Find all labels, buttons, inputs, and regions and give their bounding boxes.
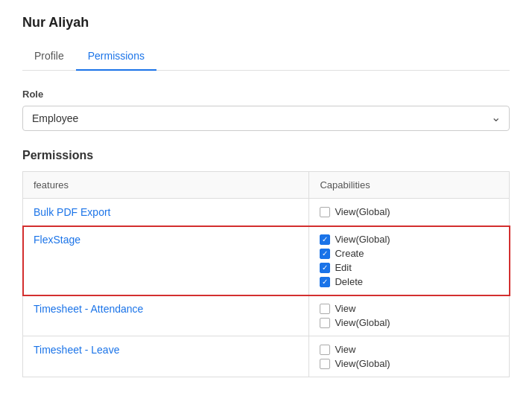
capability-checkbox[interactable]: ✓ bbox=[320, 263, 330, 273]
table-row: Timesheet - AttendanceViewView(Global) bbox=[23, 295, 510, 336]
capability-label: View(Global) bbox=[335, 206, 390, 217]
page-title: Nur Aliyah bbox=[22, 15, 510, 31]
tabs-container: Profile Permissions bbox=[22, 42, 510, 71]
tab-profile[interactable]: Profile bbox=[22, 42, 76, 71]
col-capabilities: Capabilities bbox=[309, 172, 510, 199]
capability-checkbox[interactable]: ✓ bbox=[320, 249, 330, 259]
role-select-wrapper: Employee Manager Admin bbox=[22, 106, 510, 131]
capability-checkbox[interactable]: ✓ bbox=[320, 234, 330, 245]
capability-checkbox[interactable] bbox=[320, 345, 330, 355]
capability-checkbox[interactable] bbox=[320, 304, 330, 314]
capability-label: View bbox=[335, 344, 355, 355]
role-section: Role Employee Manager Admin bbox=[22, 89, 510, 131]
capability-item: View bbox=[320, 303, 498, 314]
feature-cell: Bulk PDF Export bbox=[23, 199, 309, 226]
permissions-title: Permissions bbox=[22, 149, 510, 162]
feature-cell: FlexStage bbox=[23, 226, 309, 295]
table-row: Timesheet - LeaveViewView(Global) bbox=[23, 336, 510, 377]
feature-cell: Timesheet - Attendance bbox=[23, 295, 309, 336]
permissions-section: Permissions features Capabilities Bulk P… bbox=[22, 149, 510, 377]
capability-label: Delete bbox=[335, 276, 363, 287]
capability-label: View(Global) bbox=[335, 358, 390, 369]
capability-label: View bbox=[335, 303, 355, 314]
capability-checkbox[interactable] bbox=[320, 207, 330, 217]
capability-checkbox[interactable] bbox=[320, 318, 330, 328]
capability-item: ✓Delete bbox=[320, 276, 498, 287]
capabilities-cell: ViewView(Global) bbox=[309, 295, 510, 336]
capability-checkbox[interactable] bbox=[320, 359, 330, 369]
capability-label: Create bbox=[335, 248, 364, 259]
table-row: Bulk PDF ExportView(Global) bbox=[23, 199, 510, 226]
capabilities-cell: View(Global) bbox=[309, 199, 510, 226]
tab-permissions[interactable]: Permissions bbox=[76, 42, 156, 71]
capability-item: View(Global) bbox=[320, 358, 498, 369]
capabilities-cell: ✓View(Global)✓Create✓Edit✓Delete bbox=[309, 226, 510, 295]
capabilities-cell: ViewView(Global) bbox=[309, 336, 510, 377]
capability-item: ✓Edit bbox=[320, 262, 498, 273]
role-select[interactable]: Employee Manager Admin bbox=[22, 106, 510, 131]
capability-item: View bbox=[320, 344, 498, 355]
capability-item: View(Global) bbox=[320, 206, 498, 217]
capability-checkbox[interactable]: ✓ bbox=[320, 277, 330, 287]
permissions-table: features Capabilities Bulk PDF ExportVie… bbox=[22, 171, 510, 377]
table-row: FlexStage✓View(Global)✓Create✓Edit✓Delet… bbox=[23, 226, 510, 295]
capability-item: ✓Create bbox=[320, 248, 498, 259]
role-label: Role bbox=[22, 89, 510, 100]
capability-item: View(Global) bbox=[320, 317, 498, 328]
feature-cell: Timesheet - Leave bbox=[23, 336, 309, 377]
capability-label: Edit bbox=[335, 262, 351, 273]
capability-label: View(Global) bbox=[335, 317, 390, 328]
capability-item: ✓View(Global) bbox=[320, 234, 498, 245]
capability-label: View(Global) bbox=[335, 234, 390, 245]
col-features: features bbox=[23, 172, 309, 199]
